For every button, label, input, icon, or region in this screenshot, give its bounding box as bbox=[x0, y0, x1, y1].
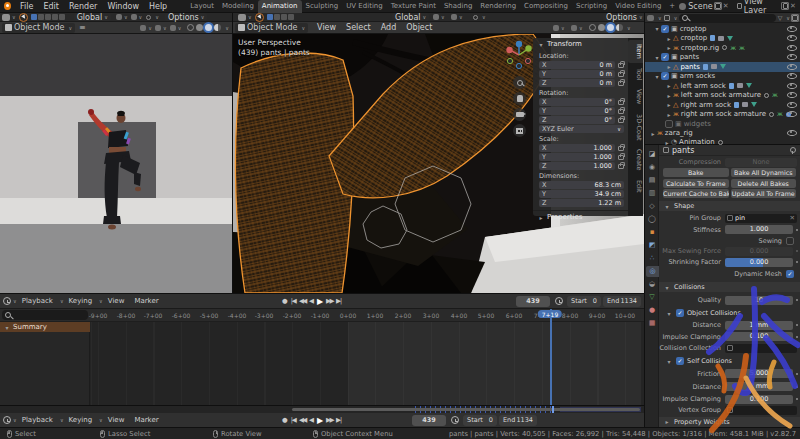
tool-icon[interactable] bbox=[288, 14, 294, 20]
tab-output-icon[interactable]: ▤ bbox=[646, 175, 658, 186]
tab-view-layer-icon[interactable]: ▥ bbox=[646, 188, 658, 199]
tab-tool-icon[interactable]: ◪ bbox=[646, 149, 658, 160]
tab-rendering[interactable]: Rendering bbox=[476, 0, 520, 13]
play-reverse-button[interactable]: ◀ bbox=[309, 297, 314, 305]
jump-to-end-button[interactable]: ▶| bbox=[336, 297, 341, 305]
self-collisions-header[interactable]: ▾✓ Self Collisions bbox=[659, 356, 800, 366]
mode-dropdown[interactable]: Object Mode∨ bbox=[2, 23, 75, 33]
tab-particles-icon[interactable]: ∴ bbox=[646, 253, 658, 264]
options-dropdown[interactable]: Options∨ bbox=[165, 13, 208, 21]
lock-icon[interactable] bbox=[618, 81, 624, 86]
tab-material-icon[interactable]: ● bbox=[646, 305, 658, 316]
tab-world-icon[interactable]: ◯ bbox=[646, 214, 658, 225]
menu-view[interactable]: View bbox=[103, 297, 130, 305]
frame-end-field[interactable]: End1134 bbox=[603, 296, 641, 307]
keyframe-area[interactable]: ▾Summary bbox=[0, 322, 645, 406]
friction-slider[interactable]: 5.000 bbox=[725, 369, 793, 378]
compression-row[interactable]: Compression None bbox=[659, 157, 800, 167]
calculate-to-frame-button[interactable]: Calculate To Frame bbox=[663, 179, 729, 188]
lock-icon[interactable] bbox=[618, 146, 624, 151]
animate-dot[interactable] bbox=[796, 336, 798, 338]
gizmos-toggle-icon[interactable] bbox=[140, 25, 146, 31]
orientation-dropdown[interactable]: Global∨ bbox=[74, 13, 111, 21]
axis-gizmo[interactable] bbox=[505, 38, 533, 72]
tab-physics-icon[interactable]: ◎ bbox=[646, 266, 659, 277]
snap-icon[interactable] bbox=[433, 14, 439, 20]
hide-icon[interactable] bbox=[787, 52, 796, 60]
filter-icon[interactable]: ▽ bbox=[778, 14, 783, 21]
menu-playback[interactable]: Playback bbox=[17, 416, 58, 424]
animate-dot[interactable] bbox=[796, 386, 798, 388]
bake-all-dynamics-button[interactable]: Bake All Dynamics bbox=[731, 168, 797, 177]
outliner-row[interactable]: ▾✓ ▣ pants bbox=[645, 53, 800, 63]
playhead-frame-label[interactable]: 7+19 bbox=[538, 310, 562, 318]
new-collection-icon[interactable] bbox=[792, 15, 798, 21]
prev-keyframe-button[interactable]: ◀◀ bbox=[299, 416, 306, 424]
play-reverse-button[interactable]: ◀ bbox=[309, 416, 314, 424]
dimension-x-field[interactable]: X68.3 cm bbox=[539, 181, 624, 189]
object-collisions-header[interactable]: ▾✓ Object Collisions bbox=[659, 308, 800, 318]
playhead[interactable] bbox=[550, 309, 552, 406]
update-all-to-frame-button[interactable]: Update All To Frame bbox=[731, 189, 797, 198]
area-divider[interactable] bbox=[644, 13, 645, 427]
new-view-layer-icon[interactable] bbox=[783, 3, 788, 9]
outliner-row[interactable]: ▾✓ ▣ croptop bbox=[645, 24, 800, 34]
animate-dot[interactable] bbox=[796, 250, 798, 252]
scale-y-field[interactable]: Y1.000 bbox=[539, 153, 615, 161]
outliner-row[interactable]: ▸ж right arm sock armature ж bbox=[645, 110, 800, 120]
remove-view-layer-icon[interactable]: ✕ bbox=[790, 2, 796, 10]
shading-solid-icon[interactable] bbox=[598, 24, 605, 31]
xray-toggle-icon[interactable] bbox=[170, 25, 176, 31]
menu-file[interactable]: File bbox=[15, 2, 38, 11]
shading-rendered-icon[interactable] bbox=[214, 24, 221, 31]
shading-wireframe-icon[interactable] bbox=[589, 24, 596, 31]
jump-to-end-button[interactable]: ▶| bbox=[336, 416, 341, 424]
horizontal-scrollbar[interactable] bbox=[292, 408, 640, 411]
menu-add[interactable]: Add bbox=[376, 23, 402, 32]
lock-icon[interactable] bbox=[618, 109, 624, 114]
self-distance-slider[interactable]: 2 mm bbox=[725, 382, 793, 391]
location-z-field[interactable]: Z0 m bbox=[539, 79, 615, 87]
outliner-row[interactable]: ▸△ left arm sock bbox=[645, 81, 800, 91]
property-weights-header[interactable]: ▸Property Weights bbox=[659, 417, 800, 427]
blender-logo-icon[interactable] bbox=[4, 2, 11, 10]
collection-checkbox[interactable]: ✓ bbox=[661, 53, 669, 61]
tab-shading[interactable]: Shading bbox=[440, 0, 476, 13]
rotation-z-field[interactable]: Z0° bbox=[539, 116, 615, 124]
camera-view-button[interactable] bbox=[513, 108, 526, 121]
shading-rendered-icon[interactable] bbox=[616, 24, 623, 31]
animate-dot[interactable] bbox=[796, 398, 798, 400]
delete-all-bakes-button[interactable]: Delete All Bakes bbox=[731, 179, 797, 188]
mode-dropdown[interactable]: Object Mode∨ bbox=[235, 23, 308, 33]
editor-type-icon[interactable] bbox=[238, 14, 246, 21]
vertex-group-field[interactable] bbox=[725, 406, 797, 415]
object-collisions-checkbox[interactable]: ✓ bbox=[676, 309, 684, 317]
tab-object-icon[interactable]: ▪ bbox=[646, 227, 658, 238]
pan-button[interactable] bbox=[513, 92, 526, 105]
hide-icon[interactable] bbox=[787, 100, 796, 108]
play-button[interactable]: ▶ bbox=[317, 297, 323, 306]
channel-search-input[interactable] bbox=[2, 310, 88, 320]
menu-help[interactable]: Help bbox=[144, 2, 172, 11]
tab-scripting[interactable]: Scripting bbox=[572, 0, 611, 13]
editor-type-icon[interactable] bbox=[647, 15, 654, 21]
tool-select-box-icon[interactable] bbox=[267, 14, 273, 20]
location-y-field[interactable]: Y0 m bbox=[539, 70, 615, 78]
menu-select[interactable]: Select bbox=[341, 23, 376, 32]
collection-checkbox-unchecked[interactable] bbox=[665, 120, 673, 128]
outliner-row[interactable]: ▸ж left arm sock armature ж bbox=[645, 91, 800, 101]
lock-icon[interactable] bbox=[618, 118, 624, 123]
menu-playback[interactable]: Playback bbox=[17, 297, 58, 305]
tool-select-box-icon[interactable] bbox=[31, 14, 37, 20]
hide-icon[interactable] bbox=[787, 62, 796, 70]
self-impulse-slider[interactable]: 0.100 bbox=[725, 395, 793, 404]
tab-video-editing[interactable]: Video Editing bbox=[611, 0, 665, 13]
sewing-checkbox[interactable] bbox=[786, 237, 794, 245]
left-viewport-canvas[interactable] bbox=[0, 34, 232, 293]
record-button[interactable]: ● bbox=[282, 297, 288, 305]
unlink-scene-icon[interactable]: ✕ bbox=[723, 2, 729, 10]
tab-modeling[interactable]: Modeling bbox=[218, 0, 258, 13]
tab-create[interactable]: Create bbox=[628, 145, 643, 175]
tab-compositing[interactable]: Compositing bbox=[520, 0, 572, 13]
prev-keyframe-button[interactable]: ◀◀ bbox=[299, 297, 306, 305]
